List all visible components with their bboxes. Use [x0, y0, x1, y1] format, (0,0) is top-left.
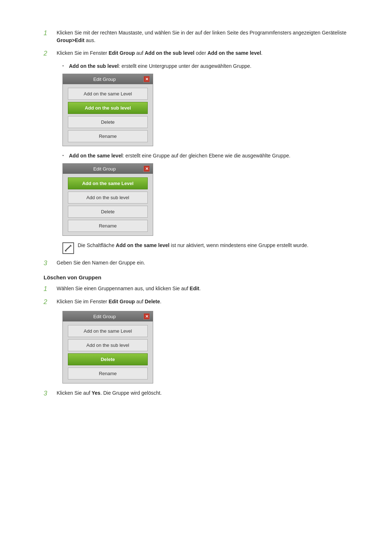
pencil-icon	[64, 244, 72, 252]
dialog-2-title: Edit Group	[66, 166, 143, 172]
note-block: Die Schaltfläche Add on the same level i…	[62, 242, 348, 254]
bullet-sub-level: • Add on the sub level: erstellt eine Un…	[62, 62, 348, 146]
dialog-3-titlebar: Edit Group ✕	[63, 311, 153, 321]
dialog-2-close[interactable]: ✕	[143, 165, 150, 172]
dialog-1-btn-same-level[interactable]: Add on the same Level	[68, 88, 148, 100]
section-loschen-heading: Löschen von Gruppen	[44, 274, 348, 280]
dialog-2-btn-rename[interactable]: Rename	[68, 220, 148, 232]
dialog-3-btn-delete[interactable]: Delete	[68, 353, 148, 365]
dialog-3-wrapper: Edit Group ✕ Add on the same Level Add o…	[62, 311, 348, 383]
bullet-same-level-item: • Add on the same level: erstellt eine G…	[62, 152, 348, 160]
step-3: 3 Geben Sie den Namen der Gruppe ein.	[44, 259, 348, 267]
dialog-1-body: Add on the same Level Add on the sub lev…	[63, 84, 153, 146]
dialog-1-title: Edit Group	[66, 77, 143, 82]
bullet-sub-level-item: • Add on the sub level: erstellt eine Un…	[62, 62, 348, 70]
dialog-1-titlebar: Edit Group ✕	[63, 74, 153, 84]
step-1-text: Klicken Sie mit der rechten Maustaste, u…	[57, 29, 348, 44]
bullet-dot-2: •	[62, 152, 69, 157]
note-text: Die Schaltfläche Add on the same level i…	[78, 242, 348, 249]
step-2-number: 2	[44, 49, 57, 57]
dialog-2-btn-delete[interactable]: Delete	[68, 206, 148, 218]
dialog-1-btn-delete[interactable]: Delete	[68, 116, 148, 128]
note-icon	[62, 242, 74, 254]
bullet-same-level-text: Add on the same level: erstellt eine Gru…	[69, 152, 348, 160]
dialog-3-btn-same-level[interactable]: Add on the same Level	[68, 325, 148, 337]
svg-rect-0	[65, 250, 66, 251]
loschen-step-3-number: 3	[44, 389, 57, 397]
dialog-2-body: Add on the same Level Add on the sub lev…	[63, 174, 153, 235]
dialog-3-body: Add on the same Level Add on the sub lev…	[63, 321, 153, 383]
loschen-step-2: 2 Klicken Sie im Fenster Edit Group auf …	[44, 298, 348, 306]
dialog-1-close[interactable]: ✕	[143, 76, 150, 82]
dialog-1: Edit Group ✕ Add on the same Level Add o…	[62, 74, 153, 146]
loschen-step-2-text: Klicken Sie im Fenster Edit Group auf De…	[57, 298, 348, 305]
dialog-3-btn-sub-level[interactable]: Add on the sub level	[68, 339, 148, 351]
dialog-1-btn-sub-level[interactable]: Add on the sub level	[68, 102, 148, 114]
dialog-2-btn-same-level[interactable]: Add on the same Level	[68, 177, 148, 189]
step-1-number: 1	[44, 29, 57, 37]
loschen-step-3-text: Klicken Sie auf Yes. Die Gruppe wird gel…	[57, 389, 348, 397]
step-2-text: Klicken Sie im Fenster Edit Group auf Ad…	[57, 49, 348, 57]
dialog-2-btn-sub-level[interactable]: Add on the sub level	[68, 192, 148, 204]
dialog-1-btn-rename[interactable]: Rename	[68, 130, 148, 142]
bullet-dot-1: •	[62, 62, 69, 68]
loschen-step-1-number: 1	[44, 285, 57, 293]
loschen-step-2-number: 2	[44, 298, 57, 306]
step-3-text: Geben Sie den Namen der Gruppe ein.	[57, 259, 348, 267]
dialog-3: Edit Group ✕ Add on the same Level Add o…	[62, 311, 153, 383]
dialog-2-titlebar: Edit Group ✕	[63, 164, 153, 174]
dialog-2: Edit Group ✕ Add on the same Level Add o…	[62, 163, 153, 236]
dialog-3-btn-rename[interactable]: Rename	[68, 368, 148, 379]
step-3-number: 3	[44, 259, 57, 267]
bullet-sub-level-text: Add on the sub level: erstellt eine Unte…	[69, 62, 348, 70]
dialog-3-close[interactable]: ✕	[143, 313, 150, 320]
step-2: 2 Klicken Sie im Fenster Edit Group auf …	[44, 49, 348, 57]
loschen-step-1: 1 Wählen Sie einen Gruppennamen aus, und…	[44, 285, 348, 293]
loschen-step-1-text: Wählen Sie einen Gruppennamen aus, und k…	[57, 285, 348, 292]
bullet-same-level: • Add on the same level: erstellt eine G…	[62, 152, 348, 254]
dialog-3-title: Edit Group	[66, 314, 143, 319]
loschen-step-3: 3 Klicken Sie auf Yes. Die Gruppe wird g…	[44, 389, 348, 397]
step-1: 1 Klicken Sie mit der rechten Maustaste,…	[44, 29, 348, 44]
